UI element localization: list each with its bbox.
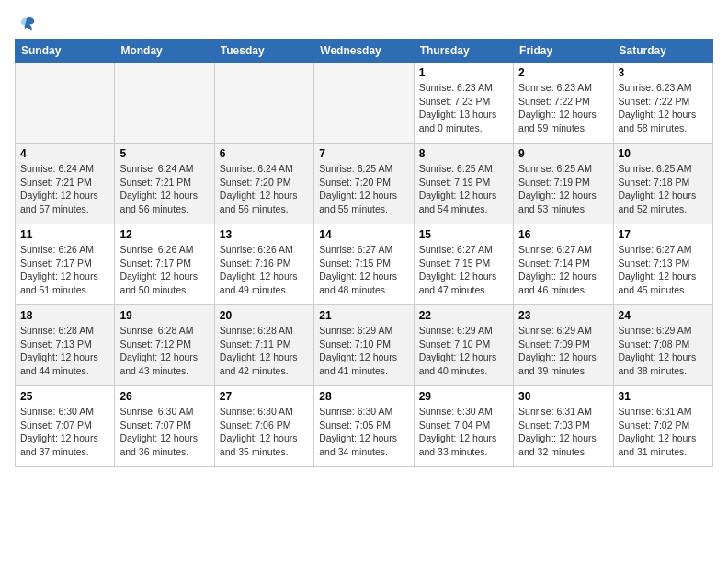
calendar-day-cell [214, 63, 313, 144]
calendar-day-cell: 17Sunrise: 6:27 AMSunset: 7:13 PMDayligh… [613, 224, 712, 305]
calendar-day-cell: 15Sunrise: 6:27 AMSunset: 7:15 PMDayligh… [414, 224, 513, 305]
day-number: 22 [419, 309, 508, 322]
day-number: 20 [220, 309, 309, 322]
day-info: Sunrise: 6:30 AMSunset: 7:07 PMDaylight:… [20, 405, 109, 459]
day-info: Sunrise: 6:23 AMSunset: 7:22 PMDaylight:… [619, 81, 708, 135]
day-info: Sunrise: 6:30 AMSunset: 7:06 PMDaylight:… [220, 405, 309, 459]
day-info: Sunrise: 6:25 AMSunset: 7:19 PMDaylight:… [518, 162, 608, 216]
logo-bird-icon [17, 15, 37, 35]
day-info: Sunrise: 6:30 AMSunset: 7:05 PMDaylight:… [319, 405, 408, 459]
day-of-week-header: Saturday [613, 40, 712, 63]
day-number: 18 [20, 309, 109, 322]
calendar-day-cell: 19Sunrise: 6:28 AMSunset: 7:12 PMDayligh… [115, 305, 214, 386]
day-info: Sunrise: 6:23 AMSunset: 7:23 PMDaylight:… [419, 81, 508, 135]
page-header [15, 15, 713, 31]
day-info: Sunrise: 6:31 AMSunset: 7:02 PMDaylight:… [619, 405, 708, 459]
day-number: 14 [319, 228, 408, 241]
day-info: Sunrise: 6:27 AMSunset: 7:15 PMDaylight:… [419, 243, 508, 297]
calendar-day-cell: 18Sunrise: 6:28 AMSunset: 7:13 PMDayligh… [16, 305, 115, 386]
day-number: 24 [619, 309, 708, 322]
day-number: 23 [518, 309, 608, 322]
calendar-day-cell: 13Sunrise: 6:26 AMSunset: 7:16 PMDayligh… [214, 224, 313, 305]
day-info: Sunrise: 6:29 AMSunset: 7:10 PMDaylight:… [419, 324, 508, 378]
calendar-day-cell [314, 63, 414, 144]
day-number: 29 [419, 390, 508, 403]
day-of-week-header: Thursday [414, 40, 513, 63]
calendar-table: SundayMondayTuesdayWednesdayThursdayFrid… [15, 39, 713, 467]
day-info: Sunrise: 6:30 AMSunset: 7:04 PMDaylight:… [419, 405, 508, 459]
day-number: 6 [220, 147, 309, 160]
calendar-day-cell: 20Sunrise: 6:28 AMSunset: 7:11 PMDayligh… [214, 305, 313, 386]
day-number: 17 [619, 228, 708, 241]
day-number: 3 [619, 66, 708, 79]
day-number: 4 [20, 147, 109, 160]
day-info: Sunrise: 6:24 AMSunset: 7:21 PMDaylight:… [119, 162, 209, 216]
day-of-week-header: Tuesday [214, 40, 313, 63]
calendar-day-cell: 21Sunrise: 6:29 AMSunset: 7:10 PMDayligh… [314, 305, 414, 386]
day-info: Sunrise: 6:24 AMSunset: 7:20 PMDaylight:… [220, 162, 309, 216]
calendar-day-cell: 2Sunrise: 6:23 AMSunset: 7:22 PMDaylight… [514, 63, 613, 144]
calendar-week-row: 18Sunrise: 6:28 AMSunset: 7:13 PMDayligh… [16, 305, 713, 386]
day-number: 19 [119, 309, 209, 322]
day-of-week-header: Wednesday [314, 40, 414, 63]
day-info: Sunrise: 6:25 AMSunset: 7:19 PMDaylight:… [419, 162, 508, 216]
calendar-day-cell: 10Sunrise: 6:25 AMSunset: 7:18 PMDayligh… [613, 144, 712, 224]
day-info: Sunrise: 6:24 AMSunset: 7:21 PMDaylight:… [20, 162, 109, 216]
calendar-day-cell: 14Sunrise: 6:27 AMSunset: 7:15 PMDayligh… [314, 224, 414, 305]
calendar-day-cell: 31Sunrise: 6:31 AMSunset: 7:02 PMDayligh… [613, 386, 712, 467]
calendar-day-cell: 11Sunrise: 6:26 AMSunset: 7:17 PMDayligh… [16, 224, 115, 305]
calendar-week-row: 4Sunrise: 6:24 AMSunset: 7:21 PMDaylight… [16, 144, 713, 224]
calendar-day-cell: 24Sunrise: 6:29 AMSunset: 7:08 PMDayligh… [613, 305, 712, 386]
calendar-day-cell: 5Sunrise: 6:24 AMSunset: 7:21 PMDaylight… [115, 144, 214, 224]
day-number: 5 [119, 147, 209, 160]
day-info: Sunrise: 6:28 AMSunset: 7:12 PMDaylight:… [119, 324, 209, 378]
calendar-week-row: 1Sunrise: 6:23 AMSunset: 7:23 PMDaylight… [16, 63, 713, 144]
calendar-week-row: 25Sunrise: 6:30 AMSunset: 7:07 PMDayligh… [16, 386, 713, 467]
calendar-day-cell: 16Sunrise: 6:27 AMSunset: 7:14 PMDayligh… [514, 224, 613, 305]
calendar-day-cell: 26Sunrise: 6:30 AMSunset: 7:07 PMDayligh… [115, 386, 214, 467]
calendar-day-cell: 8Sunrise: 6:25 AMSunset: 7:19 PMDaylight… [414, 144, 513, 224]
day-number: 2 [518, 66, 608, 79]
day-info: Sunrise: 6:26 AMSunset: 7:17 PMDaylight:… [119, 243, 209, 297]
day-number: 13 [220, 228, 309, 241]
calendar-week-row: 11Sunrise: 6:26 AMSunset: 7:17 PMDayligh… [16, 224, 713, 305]
calendar-day-cell: 25Sunrise: 6:30 AMSunset: 7:07 PMDayligh… [16, 386, 115, 467]
calendar-day-cell: 30Sunrise: 6:31 AMSunset: 7:03 PMDayligh… [514, 386, 613, 467]
day-of-week-header: Friday [514, 40, 613, 63]
day-info: Sunrise: 6:25 AMSunset: 7:18 PMDaylight:… [619, 162, 708, 216]
day-info: Sunrise: 6:28 AMSunset: 7:13 PMDaylight:… [20, 324, 109, 378]
day-info: Sunrise: 6:27 AMSunset: 7:15 PMDaylight:… [319, 243, 408, 297]
day-info: Sunrise: 6:26 AMSunset: 7:16 PMDaylight:… [220, 243, 309, 297]
day-number: 11 [20, 228, 109, 241]
day-number: 12 [119, 228, 209, 241]
calendar-day-cell: 1Sunrise: 6:23 AMSunset: 7:23 PMDaylight… [414, 63, 513, 144]
calendar-day-cell: 28Sunrise: 6:30 AMSunset: 7:05 PMDayligh… [314, 386, 414, 467]
day-number: 25 [20, 390, 109, 403]
calendar-day-cell: 29Sunrise: 6:30 AMSunset: 7:04 PMDayligh… [414, 386, 513, 467]
day-number: 7 [319, 147, 408, 160]
day-info: Sunrise: 6:29 AMSunset: 7:10 PMDaylight:… [319, 324, 408, 378]
day-number: 31 [619, 390, 708, 403]
calendar-day-cell: 3Sunrise: 6:23 AMSunset: 7:22 PMDaylight… [613, 63, 712, 144]
calendar-header-row: SundayMondayTuesdayWednesdayThursdayFrid… [16, 40, 713, 63]
calendar-day-cell: 23Sunrise: 6:29 AMSunset: 7:09 PMDayligh… [514, 305, 613, 386]
calendar-day-cell [16, 63, 115, 144]
calendar-day-cell: 9Sunrise: 6:25 AMSunset: 7:19 PMDaylight… [514, 144, 613, 224]
calendar-day-cell: 7Sunrise: 6:25 AMSunset: 7:20 PMDaylight… [314, 144, 414, 224]
day-info: Sunrise: 6:29 AMSunset: 7:08 PMDaylight:… [619, 324, 708, 378]
day-info: Sunrise: 6:27 AMSunset: 7:13 PMDaylight:… [619, 243, 708, 297]
day-number: 16 [518, 228, 608, 241]
day-number: 8 [419, 147, 508, 160]
day-number: 9 [518, 147, 608, 160]
calendar-day-cell: 4Sunrise: 6:24 AMSunset: 7:21 PMDaylight… [16, 144, 115, 224]
day-info: Sunrise: 6:27 AMSunset: 7:14 PMDaylight:… [518, 243, 608, 297]
day-of-week-header: Sunday [16, 40, 115, 63]
day-number: 15 [419, 228, 508, 241]
day-info: Sunrise: 6:23 AMSunset: 7:22 PMDaylight:… [518, 81, 608, 135]
calendar-day-cell [115, 63, 214, 144]
day-number: 30 [518, 390, 608, 403]
calendar-day-cell: 22Sunrise: 6:29 AMSunset: 7:10 PMDayligh… [414, 305, 513, 386]
day-number: 27 [220, 390, 309, 403]
day-info: Sunrise: 6:28 AMSunset: 7:11 PMDaylight:… [220, 324, 309, 378]
calendar-day-cell: 6Sunrise: 6:24 AMSunset: 7:20 PMDaylight… [214, 144, 313, 224]
